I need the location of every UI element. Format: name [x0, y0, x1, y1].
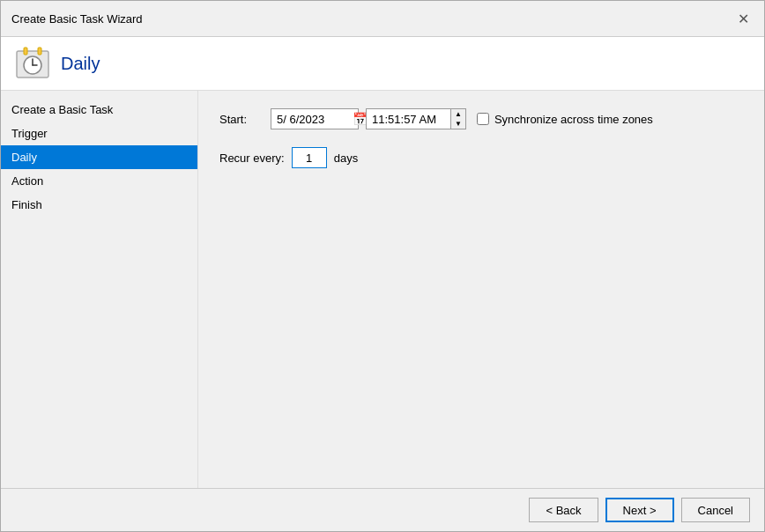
- sidebar-item-trigger[interactable]: Trigger: [1, 122, 197, 145]
- days-label: days: [334, 151, 358, 165]
- header-title: Daily: [61, 54, 100, 74]
- sidebar: Create a Basic Task Trigger Daily Action…: [1, 91, 198, 488]
- sync-checkbox-row: Synchronize across time zones: [477, 113, 653, 126]
- start-row: Start: 📅 ▲ ▼ Synchronize: [219, 108, 743, 129]
- recur-input[interactable]: [292, 147, 327, 168]
- close-button[interactable]: ✕: [732, 8, 754, 29]
- sync-checkbox[interactable]: [477, 113, 489, 125]
- task-clock-icon: [15, 46, 50, 81]
- time-field-wrapper: ▲ ▼: [366, 108, 466, 129]
- recur-row: Recur every: days: [219, 147, 743, 168]
- time-spin-down[interactable]: ▼: [451, 119, 465, 129]
- sidebar-item-finish[interactable]: Finish: [1, 193, 197, 217]
- wizard-window: Create Basic Task Wizard ✕ Daily Create …: [0, 0, 765, 532]
- next-button[interactable]: Next >: [605, 498, 674, 522]
- title-bar: Create Basic Task Wizard ✕: [1, 1, 764, 37]
- date-field-wrapper: 📅: [271, 108, 359, 129]
- time-spin-up[interactable]: ▲: [451, 109, 465, 119]
- sidebar-item-daily[interactable]: Daily: [1, 145, 197, 169]
- content-area: Create a Basic Task Trigger Daily Action…: [1, 91, 764, 488]
- header-section: Daily: [1, 37, 764, 91]
- recur-label: Recur every:: [219, 151, 285, 165]
- cancel-button[interactable]: Cancel: [681, 498, 750, 522]
- time-spinner: ▲ ▼: [450, 109, 465, 129]
- svg-rect-4: [24, 48, 27, 55]
- start-label: Start:: [219, 113, 264, 126]
- date-input[interactable]: [277, 113, 347, 126]
- sidebar-item-action[interactable]: Action: [1, 169, 197, 193]
- sync-label: Synchronize across time zones: [494, 113, 653, 126]
- back-button[interactable]: < Back: [529, 498, 598, 522]
- time-input[interactable]: [367, 109, 450, 129]
- window-title: Create Basic Task Wizard: [11, 12, 143, 26]
- svg-rect-5: [38, 48, 41, 55]
- main-content: Start: 📅 ▲ ▼ Synchronize: [198, 91, 764, 488]
- footer: < Back Next > Cancel: [1, 488, 764, 531]
- sidebar-item-create-basic-task[interactable]: Create a Basic Task: [1, 98, 197, 122]
